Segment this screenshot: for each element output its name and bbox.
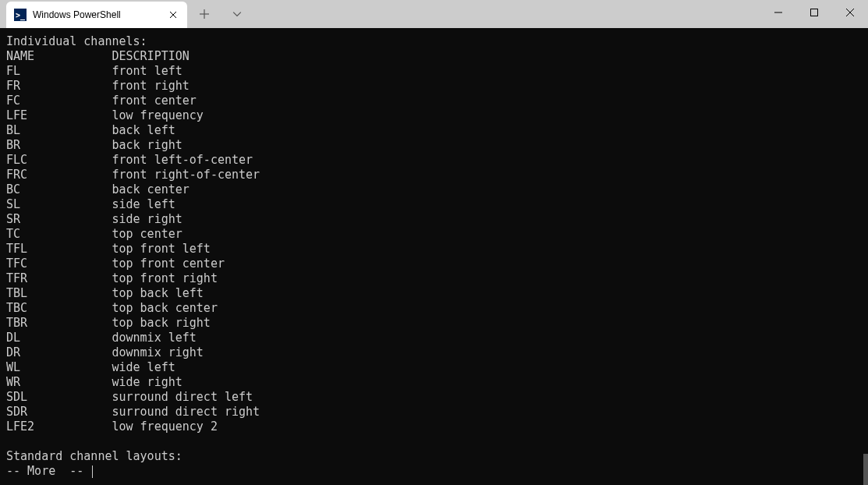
terminal-line: TFL top front left bbox=[6, 242, 868, 257]
terminal-line: SDR surround direct right bbox=[6, 405, 868, 420]
minimize-button[interactable] bbox=[760, 0, 796, 25]
tab-powershell[interactable]: >_ Windows PowerShell bbox=[6, 2, 187, 28]
terminal-line: FRC front right-of-center bbox=[6, 168, 868, 182]
terminal-line: SDL surround direct left bbox=[6, 390, 868, 405]
terminal-line: BL back left bbox=[6, 123, 868, 138]
window-controls bbox=[760, 0, 868, 28]
tab-title: Windows PowerShell bbox=[33, 9, 162, 20]
terminal-line bbox=[6, 434, 868, 449]
terminal-line: WR wide right bbox=[6, 375, 868, 390]
svg-rect-5 bbox=[811, 9, 818, 16]
terminal-line: Individual channels: bbox=[6, 34, 868, 49]
new-tab-button[interactable] bbox=[193, 3, 215, 25]
maximize-button[interactable] bbox=[796, 0, 832, 25]
terminal-line: Standard channel layouts: bbox=[6, 449, 868, 464]
terminal-line: NAME DESCRIPTION bbox=[6, 49, 868, 64]
terminal-line: BC back center bbox=[6, 182, 868, 197]
titlebar: >_ Windows PowerShell bbox=[0, 0, 868, 28]
terminal-line: FC front center bbox=[6, 94, 868, 108]
terminal-line: FLC front left-of-center bbox=[6, 153, 868, 168]
powershell-icon: >_ bbox=[14, 9, 27, 21]
terminal-line: FR front right bbox=[6, 79, 868, 94]
terminal-line: LFE2 low frequency 2 bbox=[6, 420, 868, 434]
terminal-line: TFR top front right bbox=[6, 271, 868, 286]
tab-dropdown-button[interactable] bbox=[226, 3, 248, 25]
terminal-output[interactable]: Individual channels:NAME DESCRIPTIONFL f… bbox=[0, 28, 868, 485]
terminal-line: TC top center bbox=[6, 227, 868, 242]
terminal-line: TBR top back right bbox=[6, 316, 868, 331]
terminal-line: TBL top back left bbox=[6, 286, 868, 301]
terminal-line: WL wide left bbox=[6, 360, 868, 375]
terminal-line: TFC top front center bbox=[6, 257, 868, 271]
terminal-line: BR back right bbox=[6, 138, 868, 153]
tab-actions bbox=[193, 0, 248, 28]
terminal-line: LFE low frequency bbox=[6, 108, 868, 123]
cursor bbox=[92, 466, 93, 478]
terminal-line: SL side left bbox=[6, 197, 868, 212]
terminal-line: FL front left bbox=[6, 64, 868, 79]
terminal-line: DL downmix left bbox=[6, 331, 868, 345]
close-tab-button[interactable] bbox=[167, 9, 179, 21]
terminal-line: TBC top back center bbox=[6, 301, 868, 316]
close-window-button[interactable] bbox=[832, 0, 868, 25]
terminal-line: DR downmix right bbox=[6, 345, 868, 360]
scrollbar-thumb[interactable] bbox=[863, 454, 868, 485]
terminal-line: SR side right bbox=[6, 212, 868, 227]
powershell-icon-glyph: >_ bbox=[16, 11, 25, 19]
more-prompt: -- More -- bbox=[6, 464, 868, 479]
